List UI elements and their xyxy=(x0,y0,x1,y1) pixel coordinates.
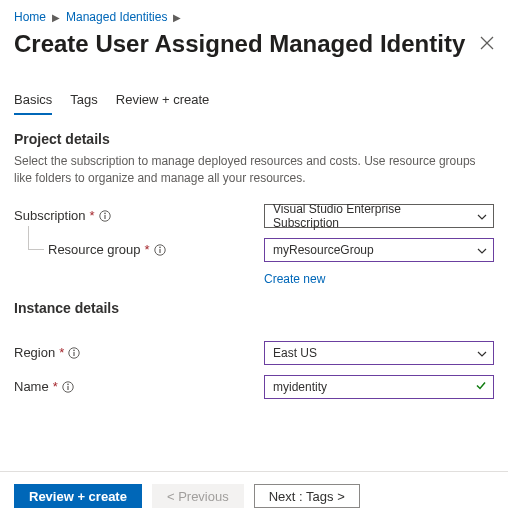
page-title: Create User Assigned Managed Identity xyxy=(14,30,465,58)
resource-group-label-text: Resource group xyxy=(48,242,141,257)
subscription-value: Visual Studio Enterprise Subscription xyxy=(273,202,469,230)
required-marker: * xyxy=(90,208,95,223)
name-row: Name * myidentity xyxy=(14,374,494,400)
region-label-text: Region xyxy=(14,345,55,360)
breadcrumb: Home ▶ Managed Identities ▶ xyxy=(14,10,494,24)
instance-details-heading: Instance details xyxy=(14,300,494,316)
required-marker: * xyxy=(53,379,58,394)
next-button[interactable]: Next : Tags > xyxy=(254,484,360,508)
previous-button: < Previous xyxy=(152,484,244,508)
chevron-right-icon: ▶ xyxy=(173,12,181,23)
chevron-right-icon: ▶ xyxy=(52,12,60,23)
chevron-down-icon xyxy=(477,346,487,360)
tab-basics[interactable]: Basics xyxy=(14,86,52,115)
chevron-down-icon xyxy=(477,209,487,223)
subscription-label: Subscription * xyxy=(14,208,264,223)
svg-point-3 xyxy=(104,212,106,214)
name-label: Name * xyxy=(14,379,264,394)
resource-group-row: Resource group * myResourceGroup xyxy=(14,237,494,263)
required-marker: * xyxy=(145,242,150,257)
chevron-down-icon xyxy=(477,243,487,257)
create-new-row: Create new xyxy=(264,271,494,286)
info-icon[interactable] xyxy=(62,381,74,393)
subscription-dropdown[interactable]: Visual Studio Enterprise Subscription xyxy=(264,204,494,228)
svg-rect-4 xyxy=(104,215,105,219)
footer: Review + create < Previous Next : Tags > xyxy=(0,471,508,520)
svg-rect-13 xyxy=(67,386,68,390)
close-icon[interactable] xyxy=(480,36,494,53)
region-value: East US xyxy=(273,346,317,360)
region-dropdown[interactable]: East US xyxy=(264,341,494,365)
resource-group-value: myResourceGroup xyxy=(273,243,374,257)
name-input[interactable]: myidentity xyxy=(264,375,494,399)
name-label-text: Name xyxy=(14,379,49,394)
name-value: myidentity xyxy=(273,380,327,394)
resource-group-dropdown[interactable]: myResourceGroup xyxy=(264,238,494,262)
region-label: Region * xyxy=(14,345,264,360)
svg-rect-7 xyxy=(159,249,160,253)
svg-point-9 xyxy=(73,349,75,351)
breadcrumb-home[interactable]: Home xyxy=(14,10,46,24)
tab-tags[interactable]: Tags xyxy=(70,86,97,115)
region-row: Region * East US xyxy=(14,340,494,366)
project-details-heading: Project details xyxy=(14,131,494,147)
create-new-link[interactable]: Create new xyxy=(264,272,325,286)
svg-point-6 xyxy=(159,246,161,248)
info-icon[interactable] xyxy=(68,347,80,359)
required-marker: * xyxy=(59,345,64,360)
tab-review-create[interactable]: Review + create xyxy=(116,86,210,115)
svg-rect-10 xyxy=(74,352,75,356)
info-icon[interactable] xyxy=(99,210,111,222)
project-details-description: Select the subscription to manage deploy… xyxy=(14,153,494,187)
info-icon[interactable] xyxy=(154,244,166,256)
tabs: Basics Tags Review + create xyxy=(14,86,494,115)
resource-group-label: Resource group * xyxy=(14,242,264,257)
review-create-button[interactable]: Review + create xyxy=(14,484,142,508)
breadcrumb-managed-identities[interactable]: Managed Identities xyxy=(66,10,167,24)
svg-point-12 xyxy=(67,383,69,385)
subscription-label-text: Subscription xyxy=(14,208,86,223)
title-row: Create User Assigned Managed Identity xyxy=(14,30,494,58)
subscription-row: Subscription * Visual Studio Enterprise … xyxy=(14,203,494,229)
indent-line xyxy=(28,226,44,250)
checkmark-icon xyxy=(475,379,487,394)
